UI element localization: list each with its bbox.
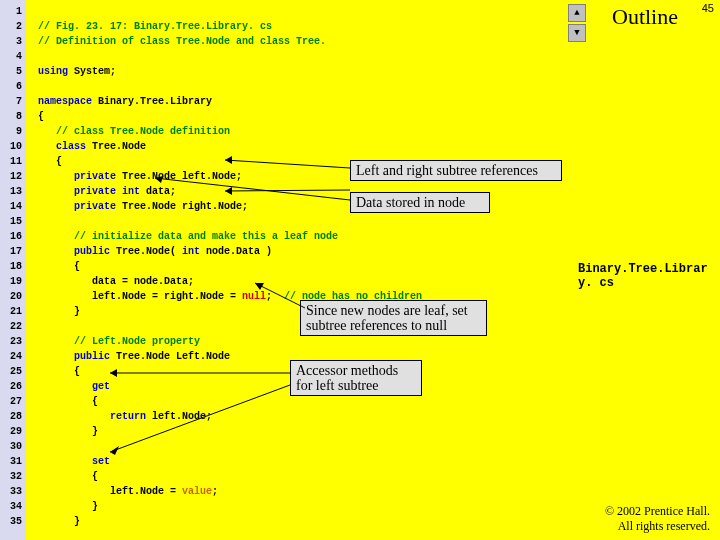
line-number: 20	[0, 289, 22, 304]
code-line: }	[38, 501, 98, 512]
code-line: left.Node = value;	[38, 486, 218, 497]
chevron-up-icon: ▲	[574, 8, 579, 18]
line-number: 18	[0, 259, 22, 274]
scroll-down-button[interactable]: ▼	[568, 24, 586, 42]
code-line: set	[38, 456, 110, 467]
code-line: private Tree.Node left.Node;	[38, 171, 242, 182]
line-number: 14	[0, 199, 22, 214]
line-number: 5	[0, 64, 22, 79]
code-line: get	[38, 381, 110, 392]
line-number: 12	[0, 169, 22, 184]
callout-data-stored: Data stored in node	[350, 192, 490, 213]
code-line: }	[38, 306, 80, 317]
line-number: 31	[0, 454, 22, 469]
callout-subtree-refs: Left and right subtree references	[350, 160, 562, 181]
code-line: data = node.Data;	[38, 276, 194, 287]
code-line: // Definition of class Tree.Node and cla…	[38, 36, 326, 47]
outline-heading: Outline	[612, 4, 678, 30]
line-number: 15	[0, 214, 22, 229]
line-number: 9	[0, 124, 22, 139]
page-number: 45	[702, 2, 714, 14]
code-line: public Tree.Node( int node.Data )	[38, 246, 272, 257]
line-number: 21	[0, 304, 22, 319]
code-line: // Left.Node property	[38, 336, 200, 347]
code-line: public Tree.Node Left.Node	[38, 351, 230, 362]
line-number: 7	[0, 94, 22, 109]
code-line: }	[38, 426, 98, 437]
copyright-text: © 2002 Prentice Hall. All rights reserve…	[605, 504, 710, 534]
line-number: 1	[0, 4, 22, 19]
chevron-down-icon: ▼	[574, 28, 579, 38]
line-number: 3	[0, 34, 22, 49]
file-label: Binary.Tree.Librar y. cs	[578, 262, 718, 290]
code-line: {	[38, 366, 80, 377]
code-line: {	[38, 261, 80, 272]
line-number: 32	[0, 469, 22, 484]
code-line: // initialize data and make this a leaf …	[38, 231, 338, 242]
line-number: 11	[0, 154, 22, 169]
line-number: 2	[0, 19, 22, 34]
code-line: }	[38, 516, 80, 527]
line-number: 8	[0, 109, 22, 124]
callout-accessor: Accessor methods for left subtree	[290, 360, 422, 396]
line-number: 29	[0, 424, 22, 439]
line-number: 35	[0, 514, 22, 529]
code-line: {	[38, 111, 44, 122]
code-line: // Fig. 23. 17: Binary.Tree.Library. cs	[38, 21, 272, 32]
line-number: 33	[0, 484, 22, 499]
line-number: 22	[0, 319, 22, 334]
line-number-gutter: 1234567891011121314151617181920212223242…	[0, 0, 26, 540]
line-number: 10	[0, 139, 22, 154]
line-number: 17	[0, 244, 22, 259]
code-line: {	[38, 156, 62, 167]
line-number: 26	[0, 379, 22, 394]
line-number: 23	[0, 334, 22, 349]
code-line: {	[38, 396, 98, 407]
line-number: 24	[0, 349, 22, 364]
line-number: 4	[0, 49, 22, 64]
code-line: namespace Binary.Tree.Library	[38, 96, 212, 107]
callout-new-nodes: Since new nodes are leaf, set subtree re…	[300, 300, 487, 336]
code-listing: // Fig. 23. 17: Binary.Tree.Library. cs …	[38, 4, 422, 529]
line-number: 30	[0, 439, 22, 454]
line-number: 19	[0, 274, 22, 289]
line-number: 6	[0, 79, 22, 94]
line-number: 13	[0, 184, 22, 199]
line-number: 27	[0, 394, 22, 409]
line-number: 28	[0, 409, 22, 424]
code-line: // class Tree.Node definition	[38, 126, 230, 137]
code-line: return left.Node;	[38, 411, 212, 422]
code-line: using System;	[38, 66, 116, 77]
code-line: private int data;	[38, 186, 176, 197]
code-line: {	[38, 471, 98, 482]
line-number: 34	[0, 499, 22, 514]
line-number: 25	[0, 364, 22, 379]
scroll-up-button[interactable]: ▲	[568, 4, 586, 22]
code-line: class Tree.Node	[38, 141, 146, 152]
line-number: 16	[0, 229, 22, 244]
code-line: private Tree.Node right.Node;	[38, 201, 248, 212]
